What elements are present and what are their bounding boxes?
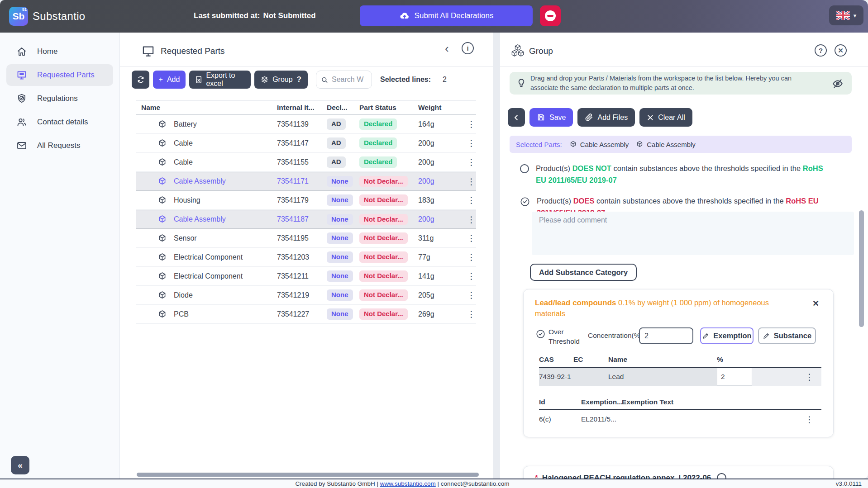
refresh-button[interactable]	[132, 71, 149, 89]
table-row[interactable]: Battery 73541139 AD Declared 164g ⋮	[136, 115, 476, 134]
sidebar-item-requested-parts[interactable]: Requested Parts	[6, 64, 113, 86]
selected-parts-bar: Selected Parts: Cable Assembly Cable Ass…	[510, 136, 852, 153]
table-row[interactable]: PCB 73541227 None Not Declar... 269g ⋮	[136, 305, 476, 324]
declaration-cell: AD	[327, 156, 359, 168]
kebab-icon: ⋮	[467, 119, 476, 129]
language-selector[interactable]: ▾	[829, 5, 863, 25]
col-weight[interactable]: Weight	[418, 104, 462, 112]
over-threshold-checkbox[interactable]	[536, 329, 545, 339]
status-cell: Declared	[359, 118, 418, 130]
requested-parts-panel: Requested Parts ‹ i + Add Export to exce…	[120, 33, 493, 479]
sidebar-item-all-requests[interactable]: All Requests	[6, 135, 113, 156]
export-to-excel-button[interactable]: Export to excel	[189, 71, 251, 89]
internal-item-number: 73541227	[277, 310, 327, 318]
do-not-disturb-button[interactable]	[540, 5, 561, 26]
exemption-code: EL2011/5...	[581, 415, 622, 423]
sidebar-item-regulations[interactable]: Regulations	[6, 88, 113, 109]
radio-label: Product(s) DOES NOT contain substances a…	[536, 163, 828, 186]
clear-all-label: Clear All	[658, 114, 685, 122]
row-menu-button[interactable]: ⋮	[462, 157, 482, 167]
table-row[interactable]: Housing 73541179 None Not Declar... 183g…	[136, 191, 476, 210]
clear-all-button[interactable]: Clear All	[639, 108, 692, 127]
save-icon	[537, 113, 545, 122]
table-row[interactable]: Cable Assembly 73541171 None Not Declar.…	[136, 172, 476, 191]
add-files-button[interactable]: Add Files	[577, 108, 635, 127]
part-status-badge: Not Declar...	[359, 194, 408, 206]
remove-category-button[interactable]: ✕	[812, 298, 819, 308]
row-menu-button[interactable]: ⋮	[462, 309, 482, 319]
table-row[interactable]: Diode 73541219 None Not Declar... 205g ⋮	[136, 286, 476, 305]
internal-item-number: 73541187	[277, 215, 327, 223]
row-menu-button[interactable]: ⋮	[462, 138, 482, 148]
selected-part-chip[interactable]: Cable Assembly	[636, 140, 696, 148]
section-toggle-icon[interactable]	[717, 473, 726, 479]
row-menu-button[interactable]: ⋮	[462, 233, 482, 243]
col-declaration[interactable]: Decl...	[327, 104, 359, 112]
concentration-input[interactable]	[639, 327, 693, 344]
table-row[interactable]: Cable 73541155 AD Declared 200g ⋮	[136, 153, 476, 172]
submit-all-declarations-button[interactable]: Submit All Declarations	[360, 5, 533, 26]
sidebar-item-contact-details[interactable]: Contact details	[6, 111, 113, 133]
declaration-badge: None	[327, 289, 353, 301]
horizontal-scrollbar[interactable]	[137, 473, 479, 477]
parts-table-body: Battery 73541139 AD Declared 164g ⋮ Cabl…	[136, 115, 476, 324]
row-menu-button[interactable]: ⋮	[462, 290, 482, 300]
search-box[interactable]	[316, 71, 372, 89]
declaration-badge: None	[327, 194, 353, 206]
substance-button[interactable]: Substance	[758, 327, 816, 344]
footer-created: Created by Substantio GmbH |	[295, 480, 378, 487]
row-menu-button[interactable]: ⋮	[462, 214, 482, 225]
internal-item-number: 73541179	[277, 196, 327, 204]
table-row[interactable]: Sensor 73541195 None Not Declar... 311g …	[136, 229, 476, 248]
part-name: Sensor	[174, 234, 197, 242]
col-name[interactable]: Name	[141, 104, 277, 112]
panel-collapse-icon[interactable]: ‹	[445, 43, 449, 54]
declaration-radio[interactable]: Product(s) DOES NOT contain substances a…	[520, 163, 828, 186]
substance-row[interactable]: 7439-92-1 Lead 2 ⋮	[539, 368, 821, 386]
info-icon[interactable]: i	[462, 42, 474, 54]
row-menu-button[interactable]: ⋮	[462, 119, 482, 129]
cube-icon	[157, 119, 167, 129]
pencil-icon	[702, 332, 710, 340]
status-cell: Not Declar...	[359, 270, 418, 282]
group-button[interactable]: Group ?	[254, 71, 308, 89]
part-weight: 200g	[418, 177, 462, 185]
add-button[interactable]: + Add	[153, 71, 186, 89]
back-button[interactable]	[508, 108, 525, 127]
comment-textarea[interactable]	[532, 212, 854, 255]
row-menu-button[interactable]: ⋮	[462, 195, 482, 205]
col-substance-name: Name	[608, 355, 717, 364]
close-panel-button[interactable]: ✕	[835, 44, 847, 57]
table-row[interactable]: Electrical Component 73541211 None Not D…	[136, 267, 476, 286]
row-menu-button[interactable]: ⋮	[462, 271, 482, 281]
col-exemption: Exemption...	[581, 398, 622, 406]
table-row[interactable]: Cable 73541147 AD Declared 200g ⋮	[136, 134, 476, 153]
eye-slash-icon[interactable]	[832, 78, 844, 90]
table-row[interactable]: Cable Assembly 73541187 None Not Declar.…	[136, 210, 476, 229]
part-weight: 183g	[418, 196, 462, 204]
sidebar-item-home[interactable]: Home	[6, 41, 113, 62]
help-button[interactable]: ?	[815, 44, 827, 57]
part-weight: 269g	[418, 310, 462, 318]
row-menu-button[interactable]: ⋮	[805, 372, 814, 382]
selected-part-chip[interactable]: Cable Assembly	[569, 140, 629, 148]
col-internal-item[interactable]: Internal It...	[277, 104, 327, 112]
row-menu-button[interactable]: ⋮	[805, 414, 814, 425]
row-menu-button[interactable]: ⋮	[462, 252, 482, 262]
top-bar: Sb 51 Substantio Last submitted at:Not S…	[0, 0, 868, 33]
col-part-status[interactable]: Part Status	[359, 104, 418, 112]
group-help-icon[interactable]: ?	[297, 75, 301, 84]
row-menu-button[interactable]: ⋮	[462, 176, 482, 187]
sidebar-collapse-button[interactable]: «	[11, 456, 29, 474]
substance-percent-input[interactable]: 2	[717, 368, 752, 386]
footer-link[interactable]: www.substantio.com	[380, 480, 436, 487]
vertical-scrollbar[interactable]	[859, 210, 864, 327]
table-row[interactable]: Electrical Component 73541203 None Not D…	[136, 248, 476, 267]
part-name-cell: Sensor	[141, 233, 277, 243]
save-button[interactable]: Save	[529, 108, 573, 127]
add-substance-category-button[interactable]: Add Substance Category	[530, 264, 637, 281]
question-icon: ?	[819, 47, 823, 54]
exemption-button[interactable]: Exemption	[700, 327, 754, 344]
exemption-row[interactable]: 6(c) EL2011/5... ⋮	[539, 410, 821, 428]
search-input[interactable]	[332, 76, 367, 84]
